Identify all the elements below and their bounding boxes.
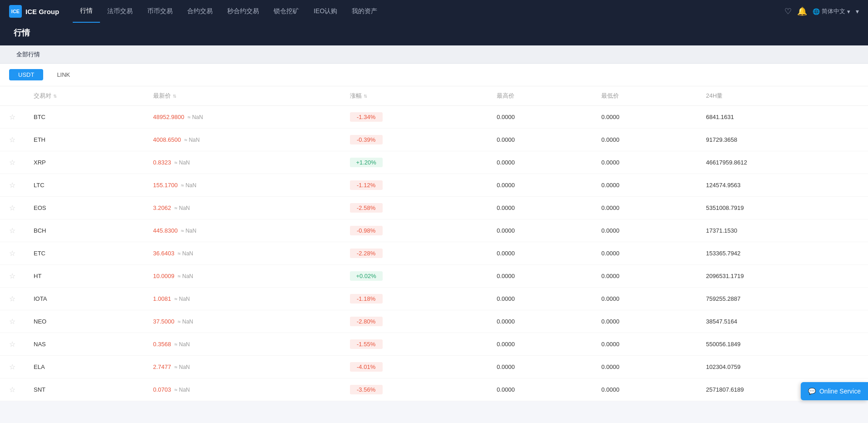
low-price: 0.0000 [601,363,619,370]
star-icon[interactable]: ☆ [9,136,15,144]
star-icon[interactable]: ☆ [9,295,15,303]
nav-link-锁仓挖矿[interactable]: 锁仓挖矿 [266,0,306,23]
high-price-cell: 0.0000 [488,265,592,288]
low-price-cell: 0.0000 [592,174,697,197]
star-icon[interactable]: ☆ [9,159,15,166]
low-price-cell: 0.0000 [592,151,697,174]
volume-cell: 153365.7942 [697,242,868,265]
star-icon[interactable]: ☆ [9,249,15,257]
price-value: 37.5000 [153,318,175,325]
low-price-cell: 0.0000 [592,310,697,333]
table-row[interactable]: ☆EOS3.2062 ≈ NaN-2.58%0.00000.0000535100… [0,197,868,219]
low-price: 0.0000 [601,250,619,257]
star-cell[interactable]: ☆ [0,288,25,310]
low-price: 0.0000 [601,295,619,302]
change-badge: -0.98% [350,226,383,235]
coin-name-cell: LTC [25,174,144,197]
nav-link-法币交易[interactable]: 法币交易 [100,0,140,23]
table-row[interactable]: ☆IOTA1.0081 ≈ NaN-1.18%0.00000.000075925… [0,288,868,310]
price-approx: ≈ NaN [173,296,190,302]
high-price-cell: 0.0000 [488,106,592,129]
coin-name: ELA [34,363,45,370]
tab-item[interactable]: 全部行情 [9,47,47,62]
price-cell: 0.3568 ≈ NaN [144,333,341,356]
star-cell[interactable]: ☆ [0,174,25,197]
star-icon[interactable]: ☆ [9,272,15,280]
table-row[interactable]: ☆ETC36.6403 ≈ NaN-2.28%0.00000.000015336… [0,242,868,265]
star-icon[interactable]: ☆ [9,227,15,234]
volume-cell: 124574.9563 [697,174,868,197]
language-selector[interactable]: 🌐 简体中文 ▾ [813,7,850,15]
nav-link-我的资产[interactable]: 我的资产 [344,0,384,23]
volume-value: 550056.1849 [706,341,741,348]
star-icon[interactable]: ☆ [9,340,15,348]
table-row[interactable]: ☆XRP0.8323 ≈ NaN+1.20%0.00000.0000466179… [0,151,868,174]
star-cell[interactable]: ☆ [0,378,25,401]
volume-value: 102304.0759 [706,363,741,370]
star-cell[interactable]: ☆ [0,129,25,151]
low-price: 0.0000 [601,318,619,325]
table-row[interactable]: ☆LTC155.1700 ≈ NaN-1.12%0.00000.00001245… [0,174,868,197]
filter-btn-USDT[interactable]: USDT [9,69,43,80]
coin-name-cell: NAS [25,333,144,356]
high-price: 0.0000 [497,318,515,325]
table-row[interactable]: ☆BTC48952.9800 ≈ NaN-1.34%0.00000.000068… [0,106,868,129]
coin-name: HT [34,273,41,279]
brand-logo: ICE [9,5,22,18]
table-row[interactable]: ☆ELA2.7477 ≈ NaN-4.01%0.00000.0000102304… [0,356,868,378]
change-badge: +0.02% [350,271,383,281]
low-price: 0.0000 [601,136,619,143]
nav-link-IEO认购[interactable]: IEO认购 [306,0,344,23]
table-header-1[interactable]: 最新价⇅ [144,86,341,106]
filter-btn-LINK[interactable]: LINK [48,69,79,80]
price-value: 0.3568 [153,341,171,348]
nav-link-秒合约交易[interactable]: 秒合约交易 [220,0,266,23]
table-row[interactable]: ☆SNT0.0703 ≈ NaN-3.56%0.00000.0000257180… [0,378,868,401]
nav-link-合约交易[interactable]: 合约交易 [180,0,220,23]
price-value: 10.0009 [153,273,175,279]
change-badge: -2.28% [350,249,383,258]
table-row[interactable]: ☆HT10.0009 ≈ NaN+0.02%0.00000.0000209653… [0,265,868,288]
brand[interactable]: ICE ICE Group [9,5,59,18]
table-row[interactable]: ☆NAS0.3568 ≈ NaN-1.55%0.00000.0000550056… [0,333,868,356]
star-cell[interactable]: ☆ [0,151,25,174]
star-cell[interactable]: ☆ [0,356,25,378]
more-icon[interactable]: ▾ [856,8,859,15]
bell-icon[interactable]: 🔔 [797,6,807,16]
star-icon[interactable]: ☆ [9,318,15,325]
star-icon[interactable]: ☆ [9,386,15,393]
price-value: 0.0703 [153,386,171,393]
star-icon[interactable]: ☆ [9,363,15,371]
coin-name: BTC [34,114,45,120]
high-price: 0.0000 [497,273,515,279]
star-icon[interactable]: ☆ [9,204,15,212]
star-icon[interactable]: ☆ [9,113,15,121]
nav-link-行情[interactable]: 行情 [73,0,100,23]
table-header-4: 最低价 [592,86,697,106]
volume-value: 38547.5164 [706,318,738,325]
star-cell[interactable]: ☆ [0,219,25,242]
coin-name: EOS [34,204,46,211]
table-row[interactable]: ☆BCH445.8300 ≈ NaN-0.98%0.00000.00001737… [0,219,868,242]
star-cell[interactable]: ☆ [0,333,25,356]
table-row[interactable]: ☆ETH4008.6500 ≈ NaN-0.39%0.00000.0000917… [0,129,868,151]
high-price: 0.0000 [497,114,515,120]
star-cell[interactable]: ☆ [0,265,25,288]
high-price-cell: 0.0000 [488,174,592,197]
table-header-0[interactable]: 交易对⇅ [25,86,144,106]
nav-right: ♡ 🔔 🌐 简体中文 ▾ ▾ [784,6,859,16]
star-cell[interactable]: ☆ [0,310,25,333]
online-service-button[interactable]: 💬 Online Service [801,382,868,400]
star-cell[interactable]: ☆ [0,197,25,219]
user-icon[interactable]: ♡ [784,6,792,16]
star-cell[interactable]: ☆ [0,242,25,265]
change-badge: -1.12% [350,180,383,190]
table-header-2[interactable]: 涨幅⇅ [341,86,488,106]
star-cell[interactable]: ☆ [0,106,25,129]
star-icon[interactable]: ☆ [9,181,15,189]
price-approx: ≈ NaN [173,205,190,211]
volume-cell: 2096531.1719 [697,265,868,288]
nav-link-币币交易[interactable]: 币币交易 [140,0,180,23]
coin-name-cell: ETH [25,129,144,151]
table-row[interactable]: ☆NEO37.5000 ≈ NaN-2.80%0.00000.000038547… [0,310,868,333]
